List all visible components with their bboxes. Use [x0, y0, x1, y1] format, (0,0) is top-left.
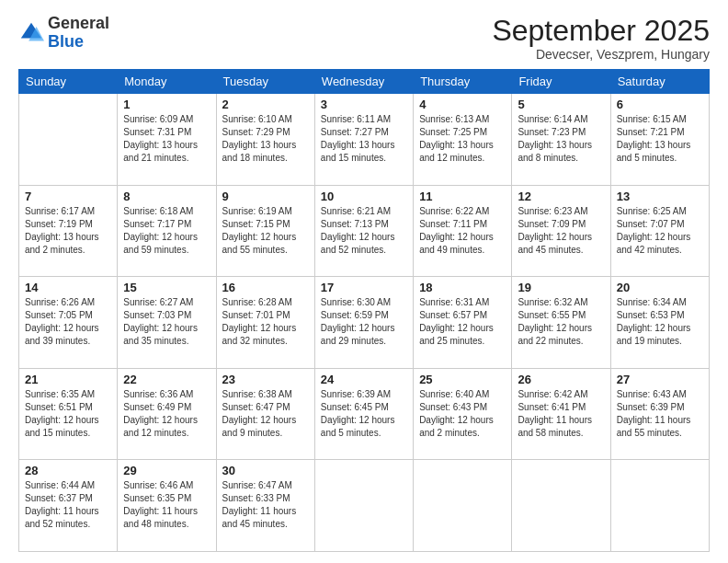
day-number: 26 [518, 373, 604, 386]
table-row: 2Sunrise: 6:10 AMSunset: 7:29 PMDaylight… [216, 94, 314, 186]
table-row [414, 460, 512, 552]
day-number: 15 [123, 281, 210, 294]
day-info: Sunrise: 6:19 AMSunset: 7:15 PMDaylight:… [222, 205, 309, 257]
header-sunday: Sunday [19, 70, 118, 94]
table-row [314, 460, 413, 552]
day-info: Sunrise: 6:11 AMSunset: 7:27 PMDaylight:… [321, 113, 407, 165]
day-info: Sunrise: 6:26 AMSunset: 7:05 PMDaylight:… [25, 296, 111, 348]
logo-blue-text: Blue [48, 32, 84, 51]
day-number: 13 [617, 190, 703, 203]
table-row: 27Sunrise: 6:43 AMSunset: 6:39 PMDayligh… [610, 368, 709, 460]
table-row: 26Sunrise: 6:42 AMSunset: 6:41 PMDayligh… [512, 368, 610, 460]
header-friday: Friday [512, 70, 610, 94]
table-row: 13Sunrise: 6:25 AMSunset: 7:07 PMDayligh… [610, 185, 709, 277]
day-number: 27 [617, 373, 703, 386]
day-number: 3 [321, 98, 407, 111]
logo-general-text: General [48, 14, 109, 32]
table-row [19, 94, 118, 186]
logo: General Blue [18, 15, 109, 52]
table-row: 17Sunrise: 6:30 AMSunset: 6:59 PMDayligh… [314, 277, 413, 369]
table-row: 18Sunrise: 6:31 AMSunset: 6:57 PMDayligh… [414, 277, 512, 369]
header-saturday: Saturday [610, 70, 709, 94]
day-info: Sunrise: 6:09 AMSunset: 7:31 PMDaylight:… [123, 113, 210, 165]
table-row: 24Sunrise: 6:39 AMSunset: 6:45 PMDayligh… [314, 368, 413, 460]
day-number: 22 [123, 373, 210, 386]
day-number: 16 [222, 281, 309, 294]
day-info: Sunrise: 6:38 AMSunset: 6:47 PMDaylight:… [222, 388, 309, 440]
header-monday: Monday [118, 70, 216, 94]
table-row: 4Sunrise: 6:13 AMSunset: 7:25 PMDaylight… [414, 94, 512, 186]
table-row: 16Sunrise: 6:28 AMSunset: 7:01 PMDayligh… [216, 277, 314, 369]
month-title: September 2025 [492, 15, 710, 47]
table-row: 25Sunrise: 6:40 AMSunset: 6:43 PMDayligh… [414, 368, 512, 460]
table-row: 12Sunrise: 6:23 AMSunset: 7:09 PMDayligh… [512, 185, 610, 277]
day-info: Sunrise: 6:32 AMSunset: 6:55 PMDaylight:… [518, 296, 604, 348]
day-info: Sunrise: 6:42 AMSunset: 6:41 PMDaylight:… [518, 388, 604, 440]
day-info: Sunrise: 6:18 AMSunset: 7:17 PMDaylight:… [123, 205, 210, 257]
day-info: Sunrise: 6:46 AMSunset: 6:35 PMDaylight:… [123, 479, 210, 531]
day-info: Sunrise: 6:21 AMSunset: 7:13 PMDaylight:… [321, 205, 407, 257]
table-row: 11Sunrise: 6:22 AMSunset: 7:11 PMDayligh… [414, 185, 512, 277]
day-number: 23 [222, 373, 309, 386]
calendar-week-row: 1Sunrise: 6:09 AMSunset: 7:31 PMDaylight… [19, 94, 710, 186]
day-number: 8 [123, 190, 210, 203]
day-number: 24 [321, 373, 407, 386]
table-row: 5Sunrise: 6:14 AMSunset: 7:23 PMDaylight… [512, 94, 610, 186]
day-info: Sunrise: 6:27 AMSunset: 7:03 PMDaylight:… [123, 296, 210, 348]
day-number: 9 [222, 190, 309, 203]
calendar-week-row: 14Sunrise: 6:26 AMSunset: 7:05 PMDayligh… [19, 277, 710, 369]
day-number: 4 [419, 98, 506, 111]
table-row: 8Sunrise: 6:18 AMSunset: 7:17 PMDaylight… [118, 185, 216, 277]
table-row: 1Sunrise: 6:09 AMSunset: 7:31 PMDaylight… [118, 94, 216, 186]
day-info: Sunrise: 6:10 AMSunset: 7:29 PMDaylight:… [222, 113, 309, 165]
day-number: 14 [25, 281, 111, 294]
day-info: Sunrise: 6:44 AMSunset: 6:37 PMDaylight:… [25, 479, 111, 531]
day-info: Sunrise: 6:13 AMSunset: 7:25 PMDaylight:… [419, 113, 506, 165]
day-number: 10 [321, 190, 407, 203]
day-number: 19 [518, 281, 604, 294]
day-info: Sunrise: 6:36 AMSunset: 6:49 PMDaylight:… [123, 388, 210, 440]
day-info: Sunrise: 6:39 AMSunset: 6:45 PMDaylight:… [321, 388, 407, 440]
table-row: 3Sunrise: 6:11 AMSunset: 7:27 PMDaylight… [314, 94, 413, 186]
table-row: 9Sunrise: 6:19 AMSunset: 7:15 PMDaylight… [216, 185, 314, 277]
header: General Blue September 2025 Devecser, Ve… [18, 15, 710, 62]
table-row: 29Sunrise: 6:46 AMSunset: 6:35 PMDayligh… [118, 460, 216, 552]
calendar: Sunday Monday Tuesday Wednesday Thursday… [18, 69, 710, 552]
table-row: 7Sunrise: 6:17 AMSunset: 7:19 PMDaylight… [19, 185, 118, 277]
day-number: 5 [518, 98, 604, 111]
table-row: 14Sunrise: 6:26 AMSunset: 7:05 PMDayligh… [19, 277, 118, 369]
day-info: Sunrise: 6:31 AMSunset: 6:57 PMDaylight:… [419, 296, 506, 348]
day-number: 18 [419, 281, 506, 294]
day-number: 1 [123, 98, 210, 111]
title-block: September 2025 Devecser, Veszprem, Hunga… [492, 15, 710, 62]
header-thursday: Thursday [414, 70, 512, 94]
day-info: Sunrise: 6:14 AMSunset: 7:23 PMDaylight:… [518, 113, 604, 165]
table-row: 10Sunrise: 6:21 AMSunset: 7:13 PMDayligh… [314, 185, 413, 277]
day-number: 28 [25, 464, 111, 477]
table-row: 6Sunrise: 6:15 AMSunset: 7:21 PMDaylight… [610, 94, 709, 186]
page: General Blue September 2025 Devecser, Ve… [0, 0, 728, 563]
day-number: 20 [617, 281, 703, 294]
calendar-week-row: 7Sunrise: 6:17 AMSunset: 7:19 PMDaylight… [19, 185, 710, 277]
table-row: 30Sunrise: 6:47 AMSunset: 6:33 PMDayligh… [216, 460, 314, 552]
table-row: 20Sunrise: 6:34 AMSunset: 6:53 PMDayligh… [610, 277, 709, 369]
day-number: 25 [419, 373, 506, 386]
calendar-week-row: 28Sunrise: 6:44 AMSunset: 6:37 PMDayligh… [19, 460, 710, 552]
table-row: 15Sunrise: 6:27 AMSunset: 7:03 PMDayligh… [118, 277, 216, 369]
location: Devecser, Veszprem, Hungary [492, 47, 710, 62]
table-row: 21Sunrise: 6:35 AMSunset: 6:51 PMDayligh… [19, 368, 118, 460]
calendar-week-row: 21Sunrise: 6:35 AMSunset: 6:51 PMDayligh… [19, 368, 710, 460]
day-info: Sunrise: 6:47 AMSunset: 6:33 PMDaylight:… [222, 479, 309, 531]
header-tuesday: Tuesday [216, 70, 314, 94]
weekday-header-row: Sunday Monday Tuesday Wednesday Thursday… [19, 70, 710, 94]
day-number: 17 [321, 281, 407, 294]
day-info: Sunrise: 6:35 AMSunset: 6:51 PMDaylight:… [25, 388, 111, 440]
day-info: Sunrise: 6:23 AMSunset: 7:09 PMDaylight:… [518, 205, 604, 257]
logo-icon [18, 20, 44, 46]
day-number: 7 [25, 190, 111, 203]
header-wednesday: Wednesday [314, 70, 413, 94]
day-number: 6 [617, 98, 703, 111]
day-info: Sunrise: 6:40 AMSunset: 6:43 PMDaylight:… [419, 388, 506, 440]
day-number: 30 [222, 464, 309, 477]
day-number: 2 [222, 98, 309, 111]
